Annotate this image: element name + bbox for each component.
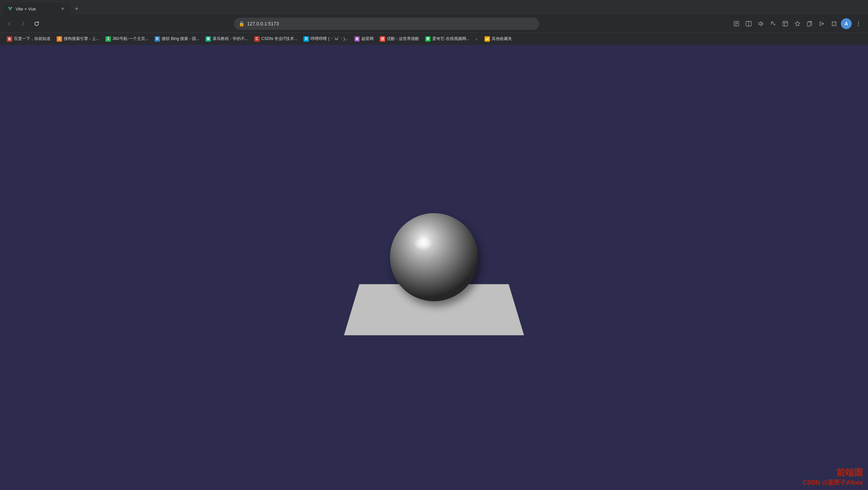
forward-button[interactable]: [18, 18, 28, 29]
vite-favicon: [7, 6, 13, 12]
runoob-favicon: 菜: [205, 36, 211, 42]
browser-view-button[interactable]: [780, 18, 791, 29]
bookmark-more-chevron[interactable]: ›: [473, 35, 480, 43]
profile-button[interactable]: A: [841, 18, 852, 29]
baidu-favicon: B: [7, 36, 12, 42]
bookmark-label: 360号航-一个主页...: [113, 36, 149, 42]
main-content: [0, 45, 868, 490]
bookmark-runoob[interactable]: 菜 菜鸟教程 - 学的不...: [203, 35, 251, 43]
collections-button[interactable]: [804, 18, 815, 29]
bookmark-sougou[interactable]: S 搜狗搜索引擎 - 上...: [54, 35, 102, 43]
bookmark-baidu[interactable]: B 百度一下，你就知道: [4, 35, 53, 43]
bookmark-bilibili[interactable]: B 哔哩哔哩 (・`ω´・)...: [301, 35, 351, 43]
bookmarks-bar: B 百度一下，你就知道 S 搜狗搜索引擎 - 上... 3 360号航-一个主页…: [0, 33, 868, 45]
svg-point-12: [858, 25, 859, 26]
360-favicon: 3: [105, 36, 111, 42]
active-tab[interactable]: Vite + Vue ✕: [3, 3, 71, 15]
address-bar[interactable]: 🔒 127.0.0.1:5173: [234, 18, 539, 30]
reader-mode-button[interactable]: [731, 18, 742, 29]
tab-title: Vite + Vue: [16, 6, 57, 12]
share-button[interactable]: [816, 18, 827, 29]
sougou-favicon: S: [57, 36, 62, 42]
bookmark-label: 优酷 - 这世界很酷: [387, 36, 419, 42]
watermark: 前端圆 CSDN @蓝匣子Albox: [803, 467, 863, 487]
bookmark-label: 菜鸟教程 - 学的不...: [213, 36, 248, 42]
youku-favicon: 优: [380, 36, 385, 42]
bookmark-iqiyi[interactable]: 爱 爱奇艺-在线视频网...: [422, 35, 472, 43]
bookmark-label: 微软 Bing 搜索 - 国...: [162, 36, 199, 42]
folder-icon: 📁: [485, 36, 490, 42]
watermark-line2: CSDN @蓝匣子Albox: [803, 478, 863, 487]
back-button[interactable]: [4, 18, 15, 29]
sphere-highlight: [414, 237, 433, 250]
new-tab-button[interactable]: +: [72, 4, 81, 14]
extensions-button[interactable]: [829, 18, 840, 29]
bilibili-favicon: B: [303, 36, 309, 42]
bookmark-label: 哔哩哔哩 (・`ω´・)...: [311, 36, 348, 42]
bookmark-label: 搜狗搜索引擎 - 上...: [64, 36, 99, 42]
bookmark-youku[interactable]: 优 优酷 - 这世界很酷: [377, 35, 422, 43]
bookmark-label: CSDN-专业IT技术...: [261, 36, 298, 42]
bookmark-label: 爱奇艺-在线视频网...: [432, 36, 470, 42]
csdn-favicon: C: [254, 36, 260, 42]
bookmark-bing[interactable]: B 微软 Bing 搜索 - 国...: [152, 35, 202, 43]
watermark-line1: 前端圆: [803, 467, 863, 478]
svg-rect-9: [807, 22, 811, 26]
tab-bar: Vite + Vue ✕ +: [0, 0, 868, 15]
nav-right-buttons: A: [731, 18, 864, 29]
svg-rect-6: [783, 21, 788, 26]
tab-close-button[interactable]: ✕: [60, 6, 66, 12]
read-aloud-button[interactable]: [755, 18, 766, 29]
split-screen-button[interactable]: [743, 18, 754, 29]
browser-window: Vite + Vue ✕ + 🔒 127.0.0.1:5173: [0, 0, 868, 45]
more-button[interactable]: [853, 18, 864, 29]
security-icon: 🔒: [239, 21, 244, 26]
favorites-button[interactable]: [792, 18, 803, 29]
refresh-button[interactable]: [31, 18, 42, 29]
bookmark-chaoxing[interactable]: 超 超星网: [352, 35, 376, 43]
bing-favicon: B: [155, 36, 160, 42]
svg-point-10: [858, 21, 859, 22]
chaoxing-favicon: 超: [354, 36, 360, 42]
url-text: 127.0.0.1:5173: [247, 21, 534, 26]
bookmark-folder-other[interactable]: 📁 其他收藏夹: [482, 35, 515, 43]
bookmark-label: 百度一下，你就知道: [14, 36, 51, 42]
3d-scene: [315, 186, 553, 349]
bookmark-label: 超星网: [361, 36, 374, 42]
svg-point-11: [858, 23, 859, 24]
bookmark-csdn[interactable]: C CSDN-专业IT技术...: [252, 35, 300, 43]
sphere-body: [390, 213, 478, 301]
translate-button[interactable]: [768, 18, 778, 29]
iqiyi-favicon: 爱: [425, 36, 431, 42]
bookmark-360[interactable]: 3 360号航-一个主页...: [103, 35, 151, 43]
nav-bar: 🔒 127.0.0.1:5173: [0, 15, 868, 33]
bookmark-label: 其他收藏夹: [492, 36, 512, 42]
